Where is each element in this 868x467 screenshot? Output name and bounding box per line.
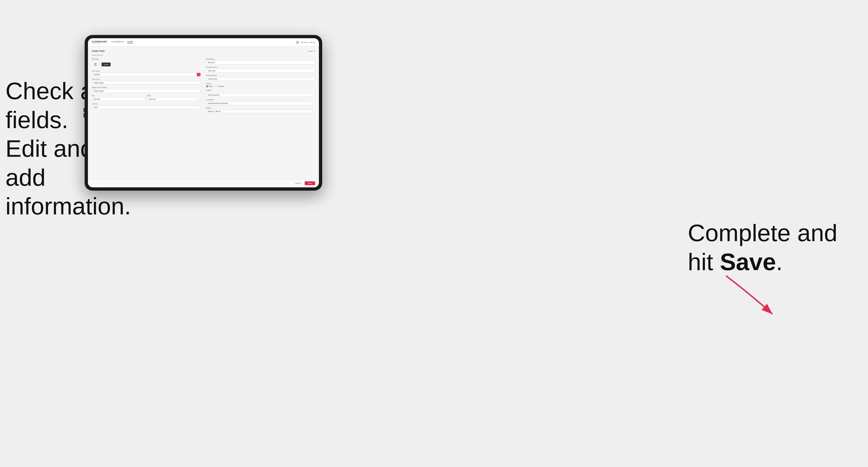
nav-item-teams[interactable]: TEAMS (127, 41, 133, 43)
navbar-right: U Test User | Sign out (296, 41, 315, 44)
section-label: TEAM DETAILS (92, 54, 315, 56)
team-colour-field: Team colour (92, 70, 201, 76)
page-header: Create Team Cancel ✕ (92, 50, 315, 52)
colour-swatch[interactable] (197, 73, 201, 76)
signout-button[interactable]: Sign out (310, 41, 315, 43)
gender-field: Gender Mens Womens (206, 83, 315, 87)
display-name-input[interactable] (92, 89, 201, 93)
brand-title: SCOREBOARD (92, 41, 107, 42)
assistant-coach-input[interactable] (206, 69, 315, 73)
athletic-director-field: Athletic Director (206, 74, 315, 81)
zip-label: Zip code (92, 103, 201, 104)
city-input[interactable] (92, 97, 146, 101)
navbar: SCOREBOARD Powered by clippd TOURNAMENTS… (88, 38, 319, 46)
team-name-field: Team name (92, 79, 201, 85)
zip-input[interactable] (92, 105, 201, 109)
state-label: State (147, 95, 201, 96)
conference-field: Conference × ⌄ (206, 99, 315, 105)
region-select-wrapper: × ⌄ (206, 110, 315, 113)
head-coach-field: Head Coach (206, 58, 315, 64)
cancel-button[interactable]: Cancel (293, 181, 303, 185)
team-name-input[interactable] (92, 81, 201, 85)
save-button[interactable]: Save (305, 181, 315, 185)
region-dropdown-icon[interactable]: ⌄ (313, 111, 314, 112)
mens-label: Mens (209, 86, 213, 87)
tablet-device: SCOREBOARD Powered by clippd TOURNAMENTS… (85, 35, 322, 191)
side-tab (84, 108, 85, 113)
zip-field: Zip code (92, 103, 201, 109)
region-label: Region (206, 107, 315, 109)
athletic-director-input[interactable] (206, 77, 315, 81)
colour-row (92, 73, 201, 76)
division-select[interactable]: NCAA Division III (206, 93, 315, 97)
mens-radio-circle[interactable] (206, 85, 208, 87)
navbar-nav: TOURNAMENTS TEAMS (112, 41, 296, 43)
form-grid: Team logo C Upload Team colour (92, 58, 315, 113)
right-arrow-icon (720, 270, 781, 319)
tablet-side-tabs (84, 108, 85, 118)
logo-area: C Upload (92, 61, 201, 68)
state-select-wrapper: × ⌄ (147, 97, 201, 101)
brand-logo: SCOREBOARD Powered by clippd (92, 41, 107, 44)
brand-subtitle: Powered by clippd (92, 42, 107, 44)
team-logo-label: Team logo (92, 58, 201, 60)
team-colour-label: Team colour (92, 70, 201, 72)
cancel-label: Cancel (308, 50, 313, 52)
team-logo-circle: C (92, 61, 99, 68)
gender-label: Gender (206, 83, 315, 84)
region-field: Region × ⌄ (206, 107, 315, 113)
division-label: Division (206, 89, 315, 91)
state-dropdown-icon[interactable]: ⌄ (199, 99, 200, 100)
form-right-column: Head Coach Assistant Coach Athletic Dire… (206, 58, 315, 113)
right-annotation: Complete and hit Save. (688, 218, 851, 276)
conference-clear-icon[interactable]: × (312, 102, 313, 104)
right-annotation-line1: Complete and (688, 219, 837, 246)
state-select-controls: × ⌄ (197, 98, 200, 100)
head-coach-input[interactable] (206, 61, 315, 64)
form-left-column: Team logo C Upload Team colour (92, 58, 201, 113)
state-field: State × ⌄ (147, 95, 201, 101)
city-label: City (92, 95, 146, 96)
city-state-row: City State × ⌄ (92, 95, 201, 101)
avatar: U (296, 41, 299, 44)
state-input[interactable] (147, 97, 201, 101)
gender-mens-option[interactable]: Mens (206, 85, 213, 87)
nav-item-tournaments[interactable]: TOURNAMENTS (112, 41, 124, 43)
state-clear-icon[interactable]: × (197, 98, 198, 100)
tablet-screen: SCOREBOARD Powered by clippd TOURNAMENTS… (88, 38, 319, 187)
womens-radio-circle[interactable] (215, 85, 218, 87)
display-name-field: Display name (unique) (92, 87, 201, 93)
assistant-coach-label: Assistant Coach (206, 66, 315, 68)
conference-label: Conference (206, 99, 315, 100)
team-logo-field: Team logo C Upload (92, 58, 201, 68)
team-colour-input[interactable] (92, 73, 197, 76)
division-select-wrapper: NCAA Division III ⌄ (206, 92, 315, 97)
city-field: City (92, 95, 146, 101)
athletic-director-label: Athletic Director (206, 74, 315, 76)
region-select-controls: × ⌄ (312, 111, 314, 113)
annotation-line3: information. (5, 192, 131, 220)
division-field: Division NCAA Division III ⌄ (206, 89, 315, 97)
head-coach-label: Head Coach (206, 58, 315, 60)
conference-input[interactable] (206, 101, 315, 105)
user-label: Test User | (301, 41, 308, 43)
side-tab (84, 113, 85, 118)
upload-button[interactable]: Upload (101, 63, 111, 66)
region-input[interactable] (206, 110, 315, 113)
page-title: Create Team (92, 50, 104, 52)
gender-row: Mens Womens (206, 85, 315, 87)
team-name-label: Team name (92, 79, 201, 80)
assistant-coach-field: Assistant Coach (206, 66, 315, 73)
display-name-label: Display name (unique) (92, 87, 201, 88)
conference-dropdown-icon[interactable]: ⌄ (313, 103, 314, 104)
city-state-field: City State × ⌄ (92, 95, 201, 101)
region-clear-icon[interactable]: × (312, 111, 313, 113)
main-content: Create Team Cancel ✕ TEAM DETAILS Team l… (88, 46, 319, 179)
form-footer: Cancel Save (88, 179, 319, 187)
gender-womens-option[interactable]: Womens (215, 85, 224, 87)
cancel-x-button[interactable]: Cancel ✕ (308, 50, 315, 52)
mens-radio-dot (207, 86, 208, 87)
womens-label: Womens (218, 86, 224, 87)
conference-select-wrapper: × ⌄ (206, 101, 315, 105)
conference-select-controls: × ⌄ (312, 102, 314, 104)
